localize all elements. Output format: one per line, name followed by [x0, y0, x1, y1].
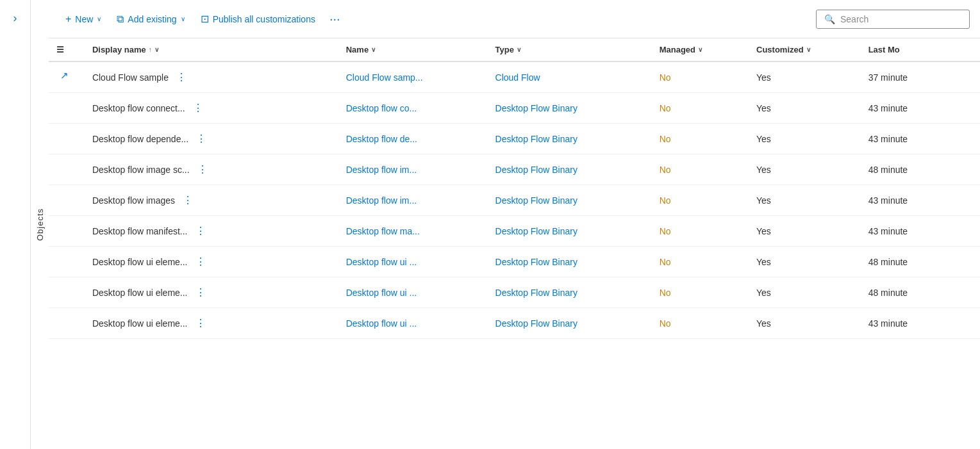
name-text: Desktop flow de... — [346, 134, 417, 144]
row-icon-cell — [49, 308, 79, 323]
row-context-menu-button[interactable]: ⋮ — [192, 131, 210, 146]
table-row: Desktop flow ui eleme... ⋮ Desktop flow … — [49, 247, 980, 277]
name-cell: Desktop flow ui ... — [338, 247, 488, 277]
col-header-managed[interactable]: Managed ∨ — [652, 38, 749, 61]
customized-cell: Yes — [749, 124, 861, 154]
managed-text: No — [660, 134, 671, 144]
display-name-chevron-icon: ∨ — [154, 46, 159, 53]
display-name-cell: Cloud Flow sample ⋮ — [85, 61, 338, 93]
new-button[interactable]: + New ∨ — [59, 10, 108, 29]
row-context-menu-button[interactable]: ⋮ — [192, 254, 210, 269]
managed-text: No — [660, 165, 671, 175]
display-name-cell: Desktop flow ui eleme... ⋮ — [85, 308, 338, 339]
customized-cell: Yes — [749, 185, 861, 216]
type-text: Desktop Flow Binary — [495, 134, 577, 144]
new-chevron-icon: ∨ — [97, 15, 101, 22]
toolbar: + New ∨ ⧉ Add existing ∨ ⊡ Publish all c… — [49, 0, 980, 38]
display-name-cell: Desktop flow images ⋮ — [85, 185, 338, 216]
col-header-display-name[interactable]: Display name ↑ ∨ — [85, 38, 338, 61]
name-text: Cloud Flow samp... — [346, 72, 423, 83]
customized-text: Yes — [756, 288, 771, 298]
col-customized-label: Customized — [756, 45, 804, 54]
managed-cell: No — [652, 124, 749, 154]
row-context-menu-button[interactable]: ⋮ — [172, 70, 190, 85]
type-cell: Desktop Flow Binary — [488, 154, 652, 185]
sidebar-toggle[interactable]: › — [0, 0, 31, 449]
table-row: Desktop flow depende... ⋮ Desktop flow d… — [49, 124, 980, 154]
last-modified-cell: 43 minute — [861, 124, 980, 154]
row-context-menu-button[interactable]: ⋮ — [189, 101, 207, 115]
search-box[interactable]: 🔍 Search — [816, 10, 970, 29]
col-header-name[interactable]: Name ∨ — [338, 38, 488, 61]
table-header-row: ☰ Display name ↑ ∨ Name — [49, 38, 980, 61]
customized-text: Yes — [756, 134, 771, 144]
row-context-menu-button[interactable]: ⋮ — [192, 316, 210, 331]
display-name-cell: Desktop flow image sc... ⋮ — [85, 154, 338, 185]
publish-icon: ⊡ — [201, 13, 209, 25]
more-options-button[interactable]: ··· — [324, 9, 345, 29]
type-chevron-icon: ∨ — [517, 46, 521, 53]
row-icon-cell — [49, 216, 79, 231]
search-icon: 🔍 — [824, 14, 835, 24]
last-modified-text: 37 minute — [868, 72, 908, 83]
expand-icon[interactable]: › — [13, 12, 17, 25]
display-name-cell: Desktop flow connect... ⋮ — [85, 93, 338, 124]
display-name-cell: Desktop flow ui eleme... ⋮ — [85, 277, 338, 308]
type-text: Desktop Flow Binary — [495, 257, 577, 267]
row-context-menu-button[interactable]: ⋮ — [192, 285, 210, 300]
last-modified-text: 43 minute — [868, 318, 908, 329]
publish-button[interactable]: ⊡ Publish all customizations — [194, 9, 322, 29]
add-existing-chevron-icon: ∨ — [181, 15, 185, 22]
new-label: New — [75, 14, 93, 24]
display-name-cell: Desktop flow depende... ⋮ — [85, 124, 338, 154]
managed-cell: No — [652, 216, 749, 247]
row-context-menu-button[interactable]: ⋮ — [192, 224, 210, 238]
display-name-text: Desktop flow manifest... — [92, 226, 188, 236]
row-context-menu-button[interactable]: ⋮ — [194, 162, 212, 177]
customized-text: Yes — [756, 195, 771, 206]
type-text: Desktop Flow Binary — [495, 226, 577, 236]
add-existing-label: Add existing — [128, 14, 176, 24]
row-context-menu-button[interactable]: ⋮ — [179, 193, 197, 208]
table-row: Desktop flow manifest... ⋮ Desktop flow … — [49, 216, 980, 247]
list-view-icon: ☰ — [56, 45, 64, 54]
name-cell: Desktop flow ui ... — [338, 308, 488, 339]
col-header-lastmod[interactable]: Last Mo — [861, 38, 980, 61]
last-modified-text: 43 minute — [868, 134, 908, 144]
customized-cell: Yes — [749, 61, 861, 93]
col-header-type[interactable]: Type ∨ — [488, 38, 652, 61]
col-header-customized[interactable]: Customized ∨ — [749, 38, 861, 61]
managed-cell: No — [652, 185, 749, 216]
name-text: Desktop flow co... — [346, 103, 417, 113]
customized-text: Yes — [756, 318, 771, 329]
customized-cell: Yes — [749, 93, 861, 124]
last-modified-cell: 48 minute — [861, 154, 980, 185]
customized-text: Yes — [756, 257, 771, 267]
last-modified-cell: 48 minute — [861, 277, 980, 308]
customized-text: Yes — [756, 72, 771, 83]
name-cell: Desktop flow ma... — [338, 216, 488, 247]
col-lastmod-label: Last Mo — [868, 45, 900, 54]
display-name-text: Desktop flow images — [92, 195, 175, 206]
last-modified-cell: 48 minute — [861, 247, 980, 277]
name-text: Desktop flow ui ... — [346, 318, 417, 329]
managed-cell: No — [652, 93, 749, 124]
display-name-cell: Desktop flow ui eleme... ⋮ — [85, 247, 338, 277]
col-header-icon[interactable]: ☰ — [49, 38, 85, 61]
col-name-label: Name — [346, 45, 369, 54]
last-modified-text: 43 minute — [868, 103, 908, 113]
type-text: Desktop Flow Binary — [495, 318, 577, 329]
row-icon-cell — [49, 247, 79, 262]
last-modified-cell: 43 minute — [861, 93, 980, 124]
name-cell: Desktop flow ui ... — [338, 277, 488, 308]
display-name-text: Desktop flow depende... — [92, 134, 188, 144]
type-text: Desktop Flow Binary — [495, 103, 577, 113]
type-cell: Desktop Flow Binary — [488, 93, 652, 124]
sort-asc-icon: ↑ — [149, 46, 152, 53]
add-existing-button[interactable]: ⧉ Add existing ∨ — [110, 10, 191, 29]
name-text: Desktop flow im... — [346, 195, 417, 206]
col-display-name-label: Display name — [92, 45, 146, 54]
type-text: Cloud Flow — [495, 72, 540, 83]
managed-cell: No — [652, 247, 749, 277]
name-text: Desktop flow ma... — [346, 226, 420, 236]
